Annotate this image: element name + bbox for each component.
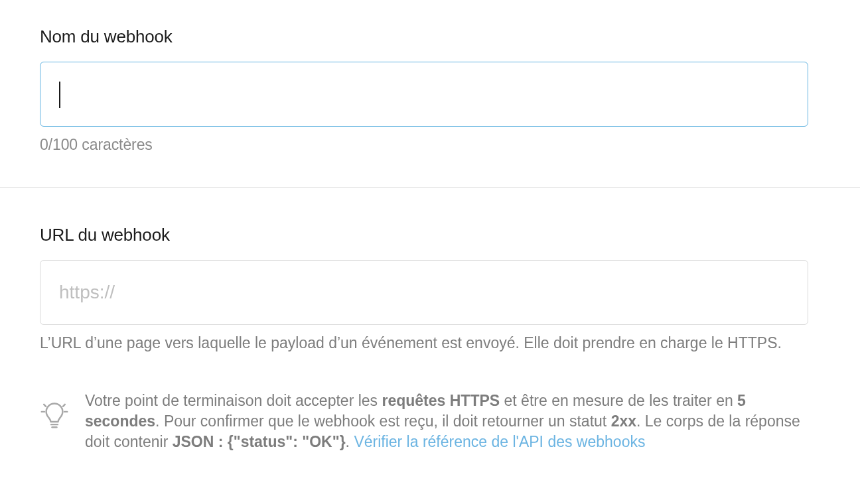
tip-container: Votre point de terminaison doit accepter… (40, 391, 808, 452)
tip-fragment: Votre point de terminaison doit accepter… (85, 392, 382, 409)
tip-fragment: et être en mesure de les traiter en (500, 392, 737, 409)
text-cursor (59, 82, 60, 108)
webhook-name-section: Nom du webhook 0/100 caractères (0, 0, 860, 187)
webhook-url-label: URL du webhook (40, 225, 820, 245)
tip-text: Votre point de terminaison doit accepter… (85, 391, 808, 452)
tip-fragment: . Pour confirmer que le webhook est reçu… (155, 412, 611, 430)
webhook-url-section: URL du webhook L’URL d’une page vers laq… (0, 188, 860, 485)
svg-line-4 (44, 405, 46, 407)
webhook-url-description: L’URL d’une page vers laquelle le payloa… (40, 333, 808, 353)
tip-bold-https: requêtes HTTPS (382, 392, 500, 409)
tip-fragment: . (346, 433, 354, 450)
api-reference-link[interactable]: Vérifier la référence de l'API des webho… (354, 433, 645, 450)
svg-line-5 (63, 405, 65, 407)
tip-bold-status: 2xx (611, 412, 636, 430)
tip-bold-json: JSON : {"status": "OK"} (173, 433, 346, 450)
webhook-url-input[interactable] (40, 260, 808, 325)
webhook-name-label: Nom du webhook (40, 27, 820, 47)
webhook-name-input[interactable] (40, 62, 808, 127)
lightbulb-icon (40, 391, 69, 429)
webhook-name-helper: 0/100 caractères (40, 136, 820, 154)
